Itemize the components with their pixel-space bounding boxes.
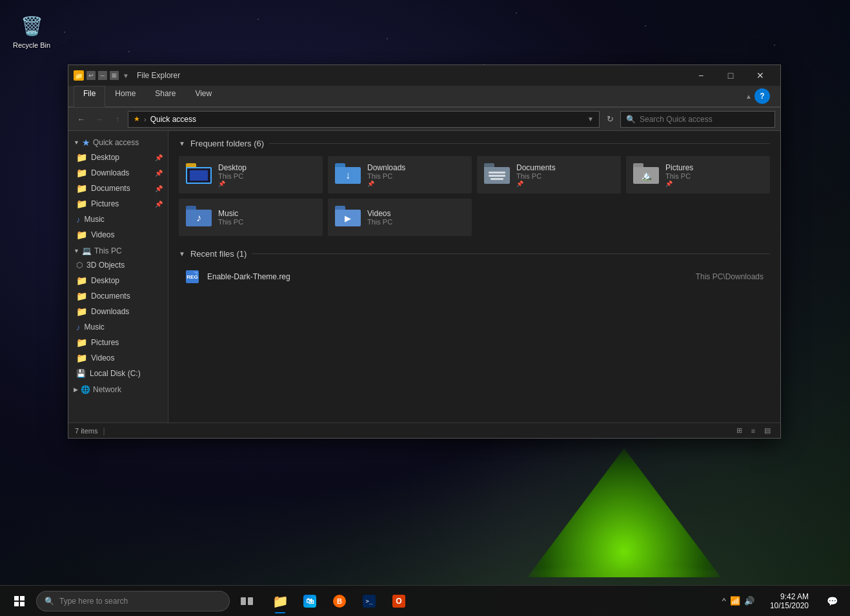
sidebar-pictures-label: Pictures [91, 199, 151, 208]
sidebar-item-pictures-pc[interactable]: 📁 Pictures [68, 335, 168, 350]
recycle-bin[interactable]: 🗑️ Recycle Bin [13, 13, 50, 49]
taskbar-store[interactable]: 🛍 [296, 587, 324, 615]
folder-item-videos[interactable]: ▶ Videos This PC [328, 199, 472, 236]
network-icon: 🌐 [81, 385, 90, 394]
taskbar-apps: 📁 🛍 B >_ [266, 587, 413, 615]
sidebar-item-pictures-qa[interactable]: 📁 Pictures 📌 [68, 196, 168, 212]
sidebar-item-music-pc[interactable]: ♪ Music [68, 319, 168, 335]
desktop-pin-icon: 📌 [155, 154, 163, 161]
folder-item-music[interactable]: ♪ Music This PC [179, 199, 323, 236]
sidebar-section-network[interactable]: ▶ 🌐 Network [68, 381, 168, 396]
sidebar-item-downloads-qa[interactable]: 📁 Downloads 📌 [68, 165, 168, 181]
pictures-folder-icon-wrap: 🏔️ [633, 162, 659, 188]
nav-bar: ← → ↑ ★ › Quick access ▼ ↻ 🔍 [68, 108, 780, 131]
sidebar-item-videos-pc[interactable]: 📁 Videos [68, 350, 168, 366]
sound-tray-icon[interactable]: 🔊 [744, 596, 754, 606]
search-icon: 🔍 [626, 115, 636, 124]
sidebar-item-videos-qa[interactable]: 📁 Videos [68, 227, 168, 243]
frequent-folders-header: ▼ Frequent folders (6) [179, 139, 770, 148]
downloads-folder-info: Downloads This PC 📌 [367, 163, 405, 187]
search-input[interactable] [640, 115, 769, 124]
sidebar-item-documents-pc[interactable]: 📁 Documents [68, 288, 168, 304]
sidebar-item-3d-objects[interactable]: ⬡ 3D Objects [68, 257, 168, 273]
tray-chevron[interactable]: ^ [722, 596, 726, 606]
sidebar-downloads-pc-label: Downloads [91, 307, 163, 316]
frequent-chevron[interactable]: ▼ [179, 140, 185, 147]
sidebar-item-local-disk[interactable]: 💾 Local Disk (C:) [68, 366, 168, 381]
sidebar-3d-label: 3D Objects [86, 261, 163, 270]
recent-file-item[interactable]: REG Enable-Dark-Theme.reg This PC\Downlo… [179, 266, 770, 287]
sidebar-item-music-qa[interactable]: ♪ Music [68, 212, 168, 227]
address-separator: › [144, 115, 147, 123]
tab-home[interactable]: Home [105, 86, 145, 107]
address-star-icon: ★ [134, 115, 140, 123]
address-chevron-icon[interactable]: ▼ [587, 115, 594, 123]
desktop-folder-info: Desktop This PC 📌 [218, 163, 247, 187]
address-bar[interactable]: ★ › Quick access ▼ [128, 111, 600, 128]
reg-file-icon: REG [185, 270, 199, 284]
refresh-button[interactable]: ↻ [602, 112, 618, 127]
frequent-folders-title: Frequent folders (6) [190, 139, 264, 148]
documents-folder-icon: 📁 [76, 183, 87, 194]
forward-button[interactable]: → [92, 112, 107, 127]
customize-arrow[interactable]: ▼ [121, 72, 130, 79]
network-tray-icon[interactable]: 📶 [730, 596, 740, 606]
ribbon-collapse-arrow[interactable]: ▲ [745, 93, 752, 100]
brave-taskbar-icon: B [332, 593, 347, 609]
quick-access-icon-2[interactable]: ─ [98, 71, 107, 80]
tab-view[interactable]: View [185, 86, 221, 107]
ribbon-tabs: File Home Share View ▲ ? [68, 86, 780, 107]
sidebar-desktop-pc-label: Desktop [91, 276, 163, 285]
maximize-button[interactable]: □ [716, 65, 745, 86]
notification-button[interactable]: 💬 [819, 587, 845, 615]
tab-file[interactable]: File [74, 86, 105, 107]
recent-chevron[interactable]: ▼ [179, 250, 185, 257]
taskbar-office[interactable]: O [385, 587, 413, 615]
store-taskbar-icon: 🛍 [302, 593, 318, 609]
start-button[interactable] [5, 587, 34, 615]
details-view-btn[interactable]: ▤ [761, 425, 774, 437]
sidebar-item-desktop-pc[interactable]: 📁 Desktop [68, 273, 168, 288]
folder-item-pictures[interactable]: 🏔️ Pictures This PC 📌 [626, 156, 770, 194]
system-tray: ^ 📶 🔊 9:42 AM 10/15/2020 💬 [717, 587, 845, 615]
videos-pc-folder-icon: 📁 [76, 353, 87, 363]
up-button[interactable]: ↑ [110, 112, 125, 127]
taskbar-file-explorer[interactable]: 📁 [266, 587, 294, 615]
desktop-pc-folder-icon: 📁 [76, 275, 87, 286]
back-button[interactable]: ← [74, 112, 89, 127]
taskbar-terminal[interactable]: >_ [355, 587, 383, 615]
search-bar[interactable]: 🔍 [620, 111, 775, 128]
taskbar-brave[interactable]: B [325, 587, 354, 615]
close-button[interactable]: ✕ [745, 65, 775, 86]
quick-access-icon-3[interactable]: ⊞ [110, 71, 119, 80]
sidebar-section-quick-access[interactable]: ▼ ★ Quick access [68, 134, 168, 150]
office-taskbar-icon: O [391, 593, 407, 609]
taskbar-search[interactable]: 🔍 Type here to search [36, 591, 230, 611]
documents-folder-icon-wrap [484, 162, 510, 188]
recent-section-line [252, 253, 770, 254]
videos-folder-icon: 📁 [76, 230, 87, 240]
task-view-button[interactable] [232, 587, 261, 615]
clock-date: 10/15/2020 [770, 601, 809, 610]
clock[interactable]: 9:42 AM 10/15/2020 [762, 592, 816, 610]
sidebar-item-documents-qa[interactable]: 📁 Documents 📌 [68, 181, 168, 196]
music-icon: ♪ [76, 215, 81, 224]
sidebar-item-downloads-pc[interactable]: 📁 Downloads [68, 304, 168, 319]
downloads-folder-icon-wrap: ↓ [335, 162, 361, 188]
list-view-btn[interactable]: ≡ [747, 425, 760, 437]
folder-item-downloads[interactable]: ↓ Downloads This PC 📌 [328, 156, 472, 194]
sidebar-desktop-label: Desktop [91, 153, 151, 162]
desktop-folder-sub: This PC [218, 172, 247, 180]
videos-folder-sub: This PC [367, 218, 392, 226]
sidebar-section-this-pc[interactable]: ▼ 💻 This PC [68, 243, 168, 257]
help-button[interactable]: ? [754, 88, 770, 104]
folder-item-documents[interactable]: Documents This PC 📌 [477, 156, 621, 194]
sidebar-item-desktop[interactable]: 📁 Desktop 📌 [68, 150, 168, 165]
taskbar-search-text: Type here to search [59, 597, 128, 606]
tab-share[interactable]: Share [145, 86, 185, 107]
folder-item-desktop[interactable]: Desktop This PC 📌 [179, 156, 323, 194]
quick-access-icon-1[interactable]: ↩ [86, 71, 96, 80]
window-title: File Explorer [137, 71, 682, 80]
minimize-button[interactable]: − [686, 65, 716, 86]
large-icons-view-btn[interactable]: ⊞ [733, 425, 745, 437]
